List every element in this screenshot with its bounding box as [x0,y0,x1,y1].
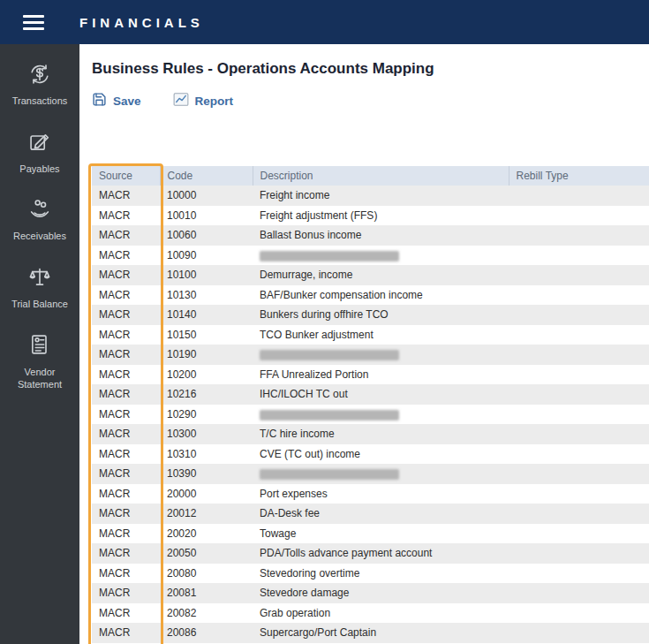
cell-source[interactable]: MACR [92,603,160,624]
cell-rebill-type[interactable] [509,206,649,226]
cell-source[interactable]: MACR [92,186,160,206]
cell-source[interactable]: MACR [92,225,160,246]
cell-rebill-type[interactable] [509,504,649,524]
cell-description[interactable]: BAF/Bunker compensation income [253,285,509,306]
cell-rebill-type[interactable] [509,405,649,425]
cell-source[interactable]: MACR [92,484,160,504]
save-button[interactable]: Save [92,92,141,110]
cell-code[interactable]: 20012 [160,504,253,524]
cell-description[interactable]: CVE (TC out) income [253,444,509,465]
cell-source[interactable]: MACR [92,583,160,603]
cell-rebill-type[interactable] [509,246,649,266]
column-header-code[interactable]: Code [160,166,253,186]
sidebar-item-receivables[interactable]: Receivables [3,197,77,243]
cell-rebill-type[interactable] [509,583,649,603]
cell-rebill-type[interactable] [509,305,649,325]
report-button[interactable]: Report [173,92,234,110]
table-row[interactable]: MACR20020Towage [92,524,649,544]
table-row[interactable]: MACR20080Stevedoring overtime [92,564,649,584]
cell-description[interactable]: DA-Desk fee [253,504,509,524]
cell-description[interactable]: Demurrage, income [253,265,509,285]
cell-code[interactable]: 20080 [160,564,253,584]
column-header-source[interactable]: Source [92,166,160,186]
cell-code[interactable]: 10300 [160,424,253,444]
table-row[interactable]: MACR10190 [92,345,649,365]
cell-code[interactable]: 20086 [160,623,253,643]
table-row[interactable]: MACR20081Stevedore damage [92,583,649,603]
cell-rebill-type[interactable] [509,186,649,206]
cell-source[interactable]: MACR [92,564,160,584]
cell-code[interactable]: 10190 [160,345,253,365]
cell-description[interactable]: Port expenses [253,484,509,504]
table-row[interactable]: MACR10390 [92,464,649,484]
table-row[interactable]: MACR20086Supercargo/Port Captain [92,623,649,643]
cell-rebill-type[interactable] [509,524,649,544]
table-row[interactable]: MACR10130BAF/Bunker compensation income [92,285,649,306]
cell-code[interactable]: 10390 [160,464,253,484]
cell-code[interactable]: 20082 [160,603,253,624]
cell-source[interactable]: MACR [92,365,160,385]
cell-description[interactable]: IHC/ILOCH TC out [253,384,509,405]
cell-description[interactable]: PDA/Tolls advance payment account [253,543,509,564]
cell-code[interactable]: 10000 [160,186,253,206]
cell-source[interactable]: MACR [92,524,160,544]
cell-source[interactable]: MACR [92,424,160,444]
cell-description[interactable]: TCO Bunker adjustment [253,325,509,345]
cell-description[interactable]: Freight adjustment (FFS) [253,206,509,226]
cell-source[interactable]: MACR [92,405,160,425]
cell-source[interactable]: MACR [92,206,160,226]
cell-rebill-type[interactable] [509,564,649,584]
cell-rebill-type[interactable] [509,325,649,345]
cell-code[interactable]: 20000 [160,484,253,504]
cell-rebill-type[interactable] [509,265,649,285]
table-row[interactable]: MACR10010Freight adjustment (FFS) [92,206,649,226]
cell-rebill-type[interactable] [509,484,649,504]
cell-source[interactable]: MACR [92,384,160,405]
table-row[interactable]: MACR10100Demurrage, income [92,265,649,285]
cell-rebill-type[interactable] [509,464,649,484]
cell-code[interactable]: 10216 [160,384,253,405]
table-row[interactable]: MACR10060Ballast Bonus income [92,225,649,246]
table-row[interactable]: MACR10216IHC/ILOCH TC out [92,384,649,405]
cell-description[interactable] [253,345,509,365]
table-row[interactable]: MACR10290 [92,405,649,425]
cell-rebill-type[interactable] [509,543,649,564]
cell-code[interactable]: 10290 [160,405,253,425]
sidebar-item-vendor-statement[interactable]: Vendor Statement [3,332,77,390]
cell-rebill-type[interactable] [509,424,649,444]
cell-rebill-type[interactable] [509,444,649,465]
cell-rebill-type[interactable] [509,603,649,624]
cell-source[interactable]: MACR [92,464,160,484]
cell-description[interactable]: Supercargo/Port Captain [253,623,509,643]
table-row[interactable]: MACR20012DA-Desk fee [92,504,649,524]
cell-code[interactable]: 10090 [160,246,253,266]
table-row[interactable]: MACR10150TCO Bunker adjustment [92,325,649,345]
cell-source[interactable]: MACR [92,305,160,325]
cell-source[interactable]: MACR [92,265,160,285]
cell-description[interactable]: Bunkers during offhire TCO [253,305,509,325]
cell-source[interactable]: MACR [92,623,160,643]
cell-rebill-type[interactable] [509,384,649,405]
cell-code[interactable]: 20050 [160,543,253,564]
sidebar-item-payables[interactable]: Payables [3,130,77,176]
column-header-description[interactable]: Description [253,166,509,186]
table-row[interactable]: MACR10300T/C hire income [92,424,649,444]
cell-source[interactable]: MACR [92,246,160,266]
table-row[interactable]: MACR20050PDA/Tolls advance payment accou… [92,543,649,564]
cell-description[interactable] [253,405,509,425]
cell-source[interactable]: MACR [92,504,160,524]
cell-code[interactable]: 10140 [160,305,253,325]
cell-description[interactable]: FFA Unrealized Portion [253,365,509,385]
cell-description[interactable] [253,246,509,266]
cell-description[interactable]: T/C hire income [253,424,509,444]
menu-icon[interactable] [19,8,48,37]
cell-description[interactable]: Stevedoring overtime [253,564,509,584]
table-row[interactable]: MACR20000Port expenses [92,484,649,504]
cell-code[interactable]: 20020 [160,524,253,544]
cell-rebill-type[interactable] [509,345,649,365]
cell-code[interactable]: 10310 [160,444,253,465]
cell-rebill-type[interactable] [509,365,649,385]
cell-rebill-type[interactable] [509,225,649,246]
cell-source[interactable]: MACR [92,444,160,465]
table-row[interactable]: MACR10200FFA Unrealized Portion [92,365,649,385]
